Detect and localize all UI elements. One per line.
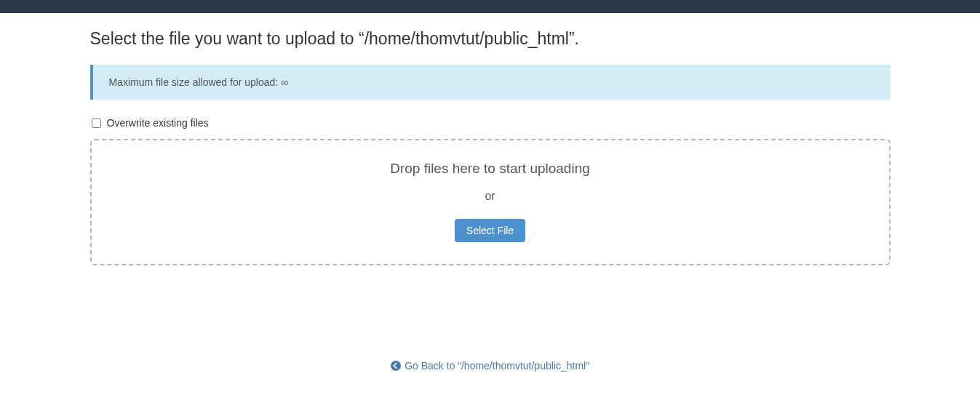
info-banner: Maximum file size allowed for upload: ∞ [90, 65, 891, 100]
go-back-label: Go Back to “/home/thomvtut/public_html” [405, 360, 589, 372]
info-message: Maximum file size allowed for upload: ∞ [109, 76, 289, 88]
header-bar [0, 0, 980, 13]
svg-point-0 [391, 361, 401, 371]
arrow-left-circle-icon [391, 361, 401, 371]
overwrite-row: Overwrite existing files [90, 117, 891, 129]
overwrite-checkbox[interactable] [92, 119, 101, 128]
dropzone-title: Drop files here to start uploading [106, 161, 875, 177]
go-back-link[interactable]: Go Back to “/home/thomvtut/public_html” [391, 360, 589, 372]
dropzone[interactable]: Drop files here to start uploading or Se… [90, 139, 891, 265]
dropzone-or: or [106, 190, 875, 203]
page-title: Select the file you want to upload to “/… [90, 29, 891, 49]
back-link-row: Go Back to “/home/thomvtut/public_html” [90, 360, 891, 403]
overwrite-label[interactable]: Overwrite existing files [107, 117, 209, 129]
select-file-button[interactable]: Select File [455, 219, 525, 242]
main-container: Select the file you want to upload to “/… [76, 29, 905, 403]
